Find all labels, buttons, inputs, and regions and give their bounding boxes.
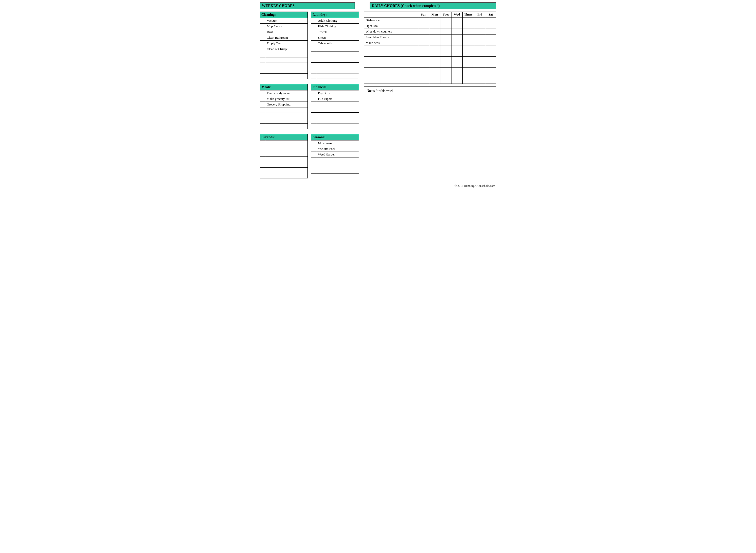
table-row bbox=[311, 118, 359, 124]
laundry-item-0: Adult Clothing bbox=[316, 18, 359, 24]
table-row bbox=[260, 63, 308, 68]
table-row bbox=[311, 163, 359, 168]
table-row: File Papers bbox=[311, 96, 359, 102]
table-row: Clean Bathroom bbox=[260, 35, 308, 41]
table-row bbox=[364, 73, 496, 78]
table-row bbox=[311, 63, 359, 68]
cleaning-item-2: Dust bbox=[265, 29, 308, 35]
laundry-section: Laundry: Adult Clothing Kids Clothing To… bbox=[311, 12, 359, 79]
table-row bbox=[260, 58, 308, 63]
table-row: Mop Floors bbox=[260, 24, 308, 29]
laundry-item-4: Tablecloths bbox=[316, 41, 359, 46]
table-row: Wipe down counters bbox=[364, 29, 496, 34]
table-row: Weed Garden bbox=[311, 152, 359, 157]
cleaning-item-1: Mop Floors bbox=[265, 24, 308, 29]
meals-label: Meals: bbox=[260, 84, 308, 90]
financial-table: Financial: Pay Bills File Papers bbox=[311, 84, 359, 129]
daily-section: Sun Mon Tues Wed Thurs Fri Sat Dishwashe… bbox=[364, 12, 496, 179]
table-row: Clean out fridge bbox=[260, 46, 308, 52]
table-row bbox=[260, 113, 308, 118]
table-row: Towels bbox=[311, 29, 359, 35]
cleaning-item-3: Clean Bathroom bbox=[265, 35, 308, 41]
table-row bbox=[311, 52, 359, 57]
day-thurs: Thurs bbox=[463, 12, 474, 17]
meals-item-0: Plan weekly menu bbox=[265, 90, 308, 96]
day-sat: Sat bbox=[485, 12, 496, 17]
errands-section: Errands: bbox=[260, 134, 308, 179]
daily-task-3: Straighten Rooms bbox=[364, 34, 418, 40]
table-row: Pay Bills bbox=[311, 90, 359, 96]
page-container: WEEKLY CHORES DAILY CHORES (Check when c… bbox=[260, 2, 496, 188]
table-row bbox=[260, 168, 308, 173]
table-row: Straighten Rooms bbox=[364, 34, 496, 40]
seasonal-item-2: Weed Garden bbox=[316, 152, 359, 157]
daily-task-0: Dishwasher bbox=[364, 17, 418, 23]
daily-chores-table: Sun Mon Tues Wed Thurs Fri Sat Dishwashe… bbox=[364, 12, 496, 84]
table-row bbox=[311, 102, 359, 107]
table-row: Mow lawn bbox=[311, 141, 359, 146]
table-row bbox=[311, 174, 359, 179]
errands-table: Errands: bbox=[260, 134, 308, 178]
table-row bbox=[260, 52, 308, 58]
table-row bbox=[260, 162, 308, 168]
laundry-item-3: Sheets bbox=[316, 35, 359, 41]
table-row bbox=[311, 46, 359, 52]
footer: © 2013 RunningAHousehold.com bbox=[260, 184, 496, 188]
meals-section: Meals: Plan weekly menu Make grocery lis… bbox=[260, 84, 308, 129]
meals-item-1: Make grocery list bbox=[265, 96, 308, 102]
table-row bbox=[260, 141, 308, 146]
financial-label: Financial: bbox=[311, 84, 359, 90]
day-wed: Wed bbox=[452, 12, 463, 17]
table-row: Grocery Shopping bbox=[260, 102, 308, 107]
seasonal-label: Seasonal: bbox=[311, 134, 359, 141]
table-row: Make beds bbox=[364, 40, 496, 46]
table-row bbox=[311, 112, 359, 118]
seasonal-table: Seasonal: Mow lawn Vacuum Pool Weed Gard… bbox=[311, 134, 359, 179]
table-row bbox=[364, 68, 496, 73]
cleaning-label: Cleaning: bbox=[260, 12, 308, 18]
daily-table-container: Sun Mon Tues Wed Thurs Fri Sat Dishwashe… bbox=[364, 12, 496, 84]
table-row: Kids Clothing bbox=[311, 24, 359, 29]
meals-table: Meals: Plan weekly menu Make grocery lis… bbox=[260, 84, 308, 129]
table-row bbox=[311, 157, 359, 163]
table-row: Make grocery list bbox=[260, 96, 308, 102]
table-row bbox=[364, 78, 496, 84]
table-row: Adult Clothing bbox=[311, 18, 359, 24]
daily-header: DAILY CHORES (Check when completed) bbox=[369, 2, 496, 9]
table-row: Open Mail bbox=[364, 23, 496, 29]
laundry-table: Laundry: Adult Clothing Kids Clothing To… bbox=[311, 12, 359, 79]
table-row bbox=[364, 62, 496, 68]
financial-item-0: Pay Bills bbox=[316, 90, 359, 96]
seasonal-section: Seasonal: Mow lawn Vacuum Pool Weed Gard… bbox=[311, 134, 359, 179]
table-row bbox=[311, 73, 359, 79]
table-row bbox=[260, 107, 308, 113]
cleaning-item-0: Vacuum bbox=[265, 18, 308, 24]
table-row bbox=[311, 124, 359, 129]
table-row: Dust bbox=[260, 29, 308, 35]
table-row: Plan weekly menu bbox=[260, 90, 308, 96]
weekly-header: WEEKLY CHORES bbox=[260, 2, 355, 9]
daily-task-4: Make beds bbox=[364, 40, 418, 46]
laundry-label: Laundry: bbox=[311, 12, 359, 18]
laundry-item-2: Towels bbox=[316, 29, 359, 35]
table-row bbox=[260, 146, 308, 151]
table-row: Empty Trash bbox=[260, 41, 308, 46]
errands-label: Errands: bbox=[260, 134, 308, 141]
day-sun: Sun bbox=[418, 12, 429, 17]
cleaning-item-4: Empty Trash bbox=[265, 41, 308, 46]
table-row: Tablecloths bbox=[311, 41, 359, 46]
day-mon: Mon bbox=[429, 12, 440, 17]
table-row bbox=[311, 107, 359, 112]
financial-item-1: File Papers bbox=[316, 96, 359, 102]
table-row: Vacuum bbox=[260, 18, 308, 24]
laundry-item-1: Kids Clothing bbox=[316, 24, 359, 29]
seasonal-item-1: Vacuum Pool bbox=[316, 146, 359, 152]
cleaning-section: Cleaning: Vacuum Mop Floors Dust Clean B… bbox=[260, 12, 308, 79]
table-row bbox=[364, 57, 496, 62]
table-row bbox=[311, 168, 359, 174]
table-row bbox=[260, 157, 308, 162]
cleaning-item-5: Clean out fridge bbox=[265, 46, 308, 52]
table-row bbox=[260, 151, 308, 157]
daily-task-1: Open Mail bbox=[364, 23, 418, 29]
financial-section: Financial: Pay Bills File Papers bbox=[311, 84, 359, 129]
